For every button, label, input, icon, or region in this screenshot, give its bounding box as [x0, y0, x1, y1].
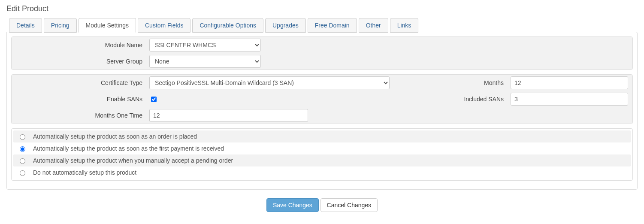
cancel-button[interactable]: Cancel Changes: [320, 198, 378, 212]
cert-type-label: Certificate Type: [12, 77, 147, 89]
page-title: Edit Product: [6, 4, 638, 13]
server-group-label: Server Group: [12, 55, 147, 67]
enable-sans-checkbox[interactable]: [151, 97, 157, 102]
months-one-time-label: Months One Time: [12, 109, 147, 121]
autosetup-radio-manual[interactable]: [20, 158, 25, 164]
tab-details[interactable]: Details: [9, 18, 42, 33]
module-name-label: Module Name: [12, 39, 147, 51]
tab-pricing[interactable]: Pricing: [44, 18, 77, 33]
tabs: Details Pricing Module Settings Custom F…: [6, 18, 638, 32]
tab-upgrades[interactable]: Upgrades: [265, 18, 306, 33]
autosetup-radio-none[interactable]: [20, 170, 25, 176]
autosetup-label-payment: Automatically setup the product as soon …: [33, 145, 224, 152]
tab-free-domain[interactable]: Free Domain: [308, 18, 357, 33]
footer-buttons: Save Changes Cancel Changes: [6, 198, 638, 212]
tab-links[interactable]: Links: [390, 18, 419, 33]
tab-configurable-options[interactable]: Configurable Options: [192, 18, 263, 33]
autosetup-label-manual: Automatically setup the product when you…: [33, 157, 233, 164]
tab-other[interactable]: Other: [359, 18, 388, 33]
tab-content: Module Name SSLCENTER WHMCS Server Group…: [6, 32, 638, 190]
autosetup-label-order: Automatically setup the product as soon …: [33, 133, 197, 140]
autosetup-radio-order[interactable]: [20, 134, 25, 140]
module-name-select[interactable]: SSLCENTER WHMCS: [149, 39, 261, 51]
tab-custom-fields[interactable]: Custom Fields: [138, 18, 190, 33]
tab-module-settings[interactable]: Module Settings: [79, 18, 136, 33]
settings-fieldset: Certificate Type Sectigo PositiveSSL Mul…: [11, 74, 633, 124]
months-input[interactable]: [511, 76, 628, 89]
enable-sans-label: Enable SANs: [12, 93, 147, 105]
save-button[interactable]: Save Changes: [266, 198, 319, 212]
cert-type-select[interactable]: Sectigo PositiveSSL Multi-Domain Wildcar…: [149, 76, 390, 89]
autosetup-radio-payment[interactable]: [20, 146, 25, 152]
module-fieldset: Module Name SSLCENTER WHMCS Server Group…: [11, 36, 633, 70]
months-one-time-input[interactable]: [149, 109, 308, 122]
included-sans-input[interactable]: [511, 93, 628, 106]
autosetup-fieldset: Automatically setup the product as soon …: [11, 128, 633, 181]
server-group-select[interactable]: None: [149, 55, 261, 68]
included-sans-label: Included SANs: [392, 93, 508, 105]
months-label: Months: [392, 77, 508, 89]
autosetup-label-none: Do not automatically setup this product: [33, 169, 136, 176]
